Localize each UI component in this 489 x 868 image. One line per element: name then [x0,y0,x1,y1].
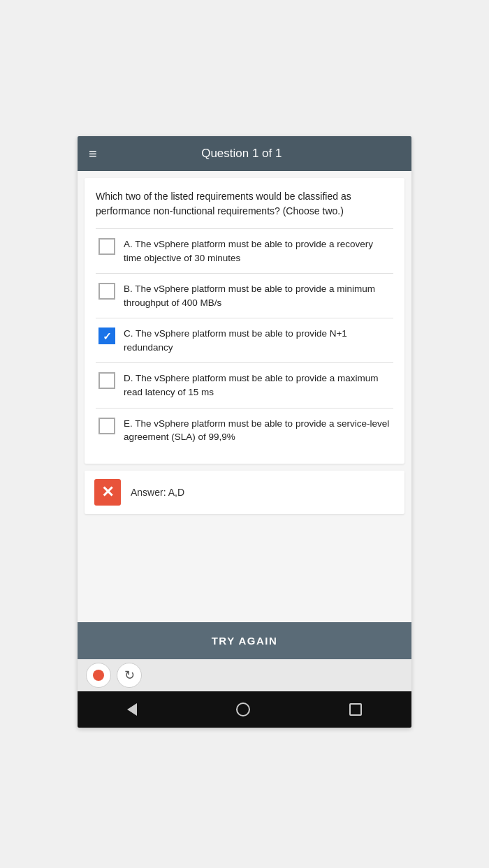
question-card: Which two of the listed requirements wou… [85,178,404,464]
option-row-e[interactable]: E. The vSphere platform must be able to … [96,408,393,453]
refresh-button[interactable]: ↻ [117,663,142,688]
recents-icon [349,703,362,716]
nav-bar [78,691,411,728]
refresh-icon: ↻ [124,668,135,683]
option-row-d[interactable]: D. The vSphere platform must be able to … [96,362,393,407]
phone-container: ≡ Question 1 of 1 Which two of the liste… [0,0,489,868]
checkbox-a[interactable] [98,238,115,255]
checkmark-c: ✓ [103,331,112,341]
recents-nav-button[interactable] [349,703,362,716]
answer-text: Answer: A,D [131,487,184,498]
x-icon: ✕ [101,485,114,500]
try-again-button[interactable]: TRY AGAIN [78,622,411,659]
option-text-b: B. The vSphere platform must be able to … [124,282,391,309]
answer-card: ✕ Answer: A,D [85,471,404,514]
question-text: Which two of the listed requirements wou… [96,189,393,219]
option-text-e: E. The vSphere platform must be able to … [124,417,391,444]
checkbox-b[interactable] [98,283,115,300]
checkbox-e[interactable] [98,418,115,434]
record-dot-icon [93,670,104,681]
back-nav-button[interactable] [127,703,137,716]
option-row-c[interactable]: ✓ C. The vSphere platform must be able t… [96,318,393,362]
back-icon [127,703,137,716]
answer-incorrect-icon: ✕ [94,479,121,506]
option-text-a: A. The vSphere platform must be able to … [124,237,391,265]
home-icon [236,703,250,716]
option-text-d: D. The vSphere platform must be able to … [124,372,391,399]
option-row-b[interactable]: B. The vSphere platform must be able to … [96,273,393,318]
record-button[interactable] [86,663,111,688]
header-bar: ≡ Question 1 of 1 [78,136,411,171]
option-text-c: C. The vSphere platform must be able to … [124,327,391,354]
menu-icon[interactable]: ≡ [89,146,97,162]
app-window: ≡ Question 1 of 1 Which two of the liste… [78,136,411,728]
option-row-a[interactable]: A. The vSphere platform must be able to … [96,228,393,273]
checkbox-c[interactable]: ✓ [98,328,115,344]
home-nav-button[interactable] [236,703,250,716]
checkbox-d[interactable] [98,372,115,389]
toolbar: ↻ [78,659,411,691]
spacer [78,521,411,622]
header-title: Question 1 of 1 [108,147,375,161]
